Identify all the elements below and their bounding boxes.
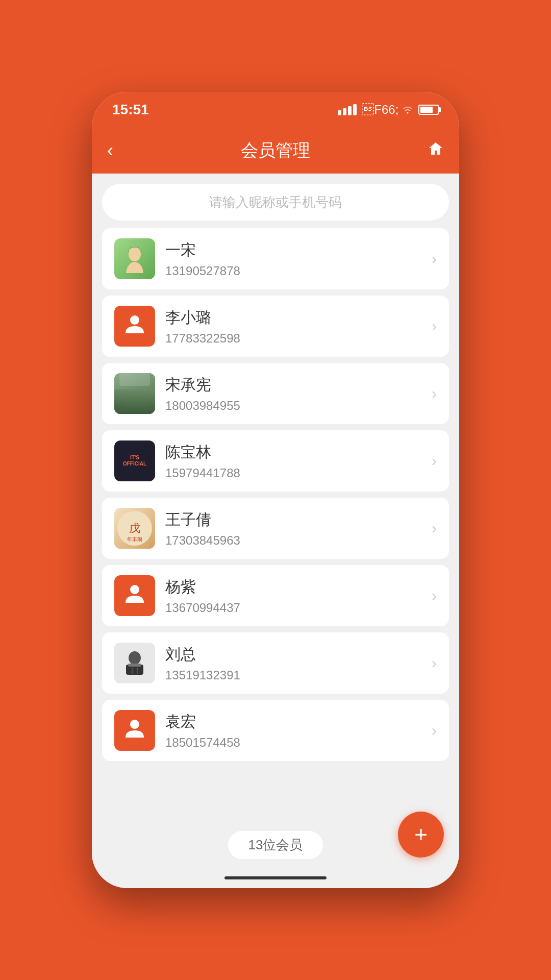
header: ‹ 会员管理 [92,128,459,174]
wifi-icon: F66; [362,103,413,117]
member-name: 袁宏 [165,712,432,732]
svg-text:戊: 戊 [129,522,140,534]
svg-rect-9 [128,664,141,667]
member-count-label: 13位会员 [228,831,323,859]
member-name: 陈宝林 [165,442,432,463]
content-area: 请输入昵称或手机号码 [92,174,459,868]
chevron-right-icon: › [432,654,437,672]
search-placeholder: 请输入昵称或手机号码 [209,193,342,211]
member-info: 杨紫 13670994437 [155,577,432,615]
home-bar [224,876,327,879]
avatar: IT'SOFFICIAL [114,440,155,481]
status-bar: 15:51 F66; [92,92,459,128]
member-phone: 13519132391 [165,668,432,682]
avatar [114,306,155,347]
list-item[interactable]: 袁宏 18501574458 › [102,700,449,761]
list-item[interactable]: 一宋 13190527878 › [102,228,449,289]
chevron-right-icon: › [432,722,437,739]
member-info: 宋承宪 18003984955 [155,375,432,413]
svg-point-7 [129,651,141,665]
home-button[interactable] [428,140,444,161]
add-member-button[interactable]: + [398,812,444,857]
footer-bar: 13位会员 + [92,822,459,868]
search-bar[interactable]: 请输入昵称或手机号码 [102,184,449,220]
member-name: 宋承宪 [165,375,432,396]
member-name: 一宋 [165,240,432,261]
member-phone: 18003984955 [165,399,432,413]
chevron-right-icon: › [432,317,437,335]
avatar [114,575,155,616]
member-phone: 13190527878 [165,264,432,278]
page-title: 会员管理 [241,139,310,162]
member-list: 一宋 13190527878 › 李小璐 17783 [92,228,459,822]
member-name: 刘总 [165,644,432,665]
person-icon [123,582,146,609]
member-info: 刘总 13519132391 [155,644,432,682]
status-time: 15:51 [112,102,149,118]
person-icon [123,717,146,744]
member-info: 袁宏 18501574458 [155,712,432,750]
status-icons: F66; [338,103,439,117]
plus-icon: + [414,822,428,847]
svg-point-5 [130,585,139,594]
list-item[interactable]: IT'SOFFICIAL 陈宝林 15979441788 › [102,430,449,492]
avatar: 戊 年丰闹 [114,508,155,549]
member-info: 王子倩 17303845963 [155,509,432,548]
member-name: 杨紫 [165,577,432,598]
member-phone: 17303845963 [165,533,432,548]
member-info: 李小璐 17783322598 [155,307,432,346]
svg-point-0 [129,247,141,261]
member-phone: 15979441788 [165,466,432,480]
avatar [114,643,155,683]
avatar [114,373,155,414]
list-item[interactable]: 李小璐 17783322598 › [102,296,449,357]
back-button[interactable]: ‹ [107,140,113,161]
battery-icon [418,105,439,115]
member-name: 李小璐 [165,307,432,328]
person-icon [123,313,146,340]
svg-point-12 [130,720,139,729]
member-phone: 18501574458 [165,736,432,750]
avatar [114,710,155,751]
phone-frame: 15:51 F66; ‹ 会员管理 [92,92,459,888]
member-info: 一宋 13190527878 [155,240,432,278]
member-info: 陈宝林 15979441788 [155,442,432,480]
list-item[interactable]: 刘总 13519132391 › [102,632,449,694]
list-item[interactable]: 戊 年丰闹 王子倩 17303845963 › [102,498,449,559]
chevron-right-icon: › [432,452,437,470]
avatar [114,238,155,279]
member-name: 王子倩 [165,509,432,530]
signal-icon [338,104,357,115]
home-indicator [92,868,459,888]
member-phone: 13670994437 [165,601,432,615]
member-phone: 17783322598 [165,331,432,346]
chevron-right-icon: › [432,385,437,402]
chevron-right-icon: › [432,250,437,267]
list-item[interactable]: 杨紫 13670994437 › [102,565,449,626]
chevron-right-icon: › [432,520,437,537]
search-bar-wrap: 请输入昵称或手机号码 [92,174,459,228]
chevron-right-icon: › [432,587,437,604]
svg-point-1 [130,315,139,325]
svg-text:年丰闹: 年丰闹 [127,536,142,542]
list-item[interactable]: 宋承宪 18003984955 › [102,363,449,424]
